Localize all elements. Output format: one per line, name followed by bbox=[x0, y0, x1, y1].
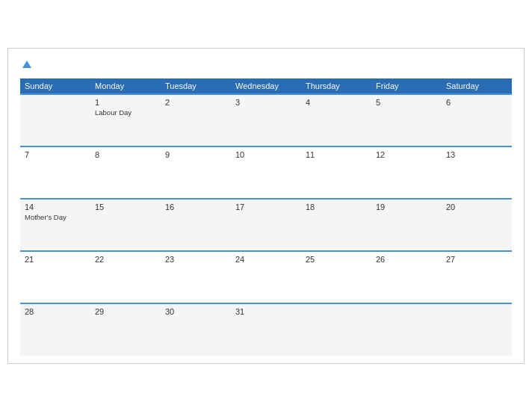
day-number: 8 bbox=[95, 150, 156, 159]
day-cell: 14Mother's Day bbox=[20, 199, 90, 251]
day-cell bbox=[371, 303, 442, 356]
day-number: 21 bbox=[25, 255, 86, 264]
holiday-label: Labour Day bbox=[95, 108, 156, 117]
logo bbox=[20, 61, 31, 68]
day-cell bbox=[442, 303, 512, 356]
day-cell: 10 bbox=[231, 146, 301, 199]
day-number: 24 bbox=[235, 255, 297, 264]
week-row-1: 1Labour Day23456 bbox=[20, 94, 512, 146]
day-number: 30 bbox=[165, 307, 226, 316]
logo-general bbox=[20, 61, 31, 68]
day-number: 16 bbox=[165, 203, 226, 211]
day-number: 22 bbox=[95, 255, 156, 264]
week-row-5: 28293031 bbox=[20, 303, 512, 356]
week-row-2: 78910111213 bbox=[20, 146, 512, 199]
day-cell: 20 bbox=[442, 199, 512, 251]
day-number: 17 bbox=[235, 203, 297, 211]
week-row-4: 21222324252627 bbox=[20, 251, 512, 303]
day-number: 12 bbox=[376, 150, 437, 159]
day-cell: 2 bbox=[161, 94, 231, 146]
day-number: 5 bbox=[376, 98, 437, 107]
day-number: 3 bbox=[235, 98, 297, 107]
weekday-header-row: SundayMondayTuesdayWednesdayThursdayFrid… bbox=[20, 78, 512, 94]
day-cell: 17 bbox=[231, 199, 301, 251]
weekday-header-saturday: Saturday bbox=[442, 78, 512, 94]
day-cell: 3 bbox=[231, 94, 301, 146]
day-number: 27 bbox=[446, 255, 507, 264]
day-cell: 16 bbox=[161, 199, 231, 251]
weekday-header-sunday: Sunday bbox=[20, 78, 90, 94]
day-cell bbox=[20, 94, 90, 146]
day-number: 4 bbox=[306, 98, 367, 107]
day-cell: 27 bbox=[442, 251, 512, 303]
day-cell: 18 bbox=[301, 199, 371, 251]
day-cell: 21 bbox=[20, 251, 90, 303]
day-cell: 24 bbox=[231, 251, 301, 303]
week-row-3: 14Mother's Day151617181920 bbox=[20, 199, 512, 251]
day-cell: 28 bbox=[20, 303, 90, 356]
day-cell: 8 bbox=[90, 146, 161, 199]
calendar-header bbox=[20, 61, 512, 68]
day-number: 15 bbox=[95, 203, 156, 211]
day-cell: 11 bbox=[301, 146, 371, 199]
day-cell: 4 bbox=[301, 94, 371, 146]
weekday-header-tuesday: Tuesday bbox=[161, 78, 231, 94]
day-number: 11 bbox=[306, 150, 367, 159]
day-cell bbox=[301, 303, 371, 356]
day-cell: 30 bbox=[161, 303, 231, 356]
calendar-table: SundayMondayTuesdayWednesdayThursdayFrid… bbox=[20, 78, 512, 356]
day-cell: 22 bbox=[90, 251, 161, 303]
day-number: 14 bbox=[25, 203, 86, 211]
day-number: 23 bbox=[165, 255, 226, 264]
day-cell: 15 bbox=[90, 199, 161, 251]
day-cell: 19 bbox=[371, 199, 442, 251]
day-cell: 9 bbox=[161, 146, 231, 199]
day-cell: 1Labour Day bbox=[90, 94, 161, 146]
day-number: 13 bbox=[446, 150, 507, 159]
day-cell: 23 bbox=[161, 251, 231, 303]
day-number: 26 bbox=[376, 255, 437, 264]
day-number: 1 bbox=[95, 98, 156, 107]
weekday-header-thursday: Thursday bbox=[301, 78, 371, 94]
day-number: 29 bbox=[95, 307, 156, 316]
weekday-header-monday: Monday bbox=[90, 78, 161, 94]
day-cell: 12 bbox=[371, 146, 442, 199]
day-number: 28 bbox=[25, 307, 86, 316]
day-number: 7 bbox=[25, 150, 86, 159]
day-cell: 25 bbox=[301, 251, 371, 303]
holiday-label: Mother's Day bbox=[25, 213, 86, 221]
day-cell: 7 bbox=[20, 146, 90, 199]
day-number: 2 bbox=[165, 98, 226, 107]
day-number: 9 bbox=[165, 150, 226, 159]
day-cell: 6 bbox=[442, 94, 512, 146]
calendar-container: SundayMondayTuesdayWednesdayThursdayFrid… bbox=[7, 48, 525, 364]
weekday-header-wednesday: Wednesday bbox=[231, 78, 301, 94]
day-cell: 13 bbox=[442, 146, 512, 199]
day-number: 18 bbox=[306, 203, 367, 211]
day-cell: 31 bbox=[231, 303, 301, 356]
day-cell: 29 bbox=[90, 303, 161, 356]
weekday-header-friday: Friday bbox=[371, 78, 442, 94]
day-cell: 5 bbox=[371, 94, 442, 146]
day-number: 10 bbox=[235, 150, 297, 159]
day-number: 25 bbox=[306, 255, 367, 264]
day-number: 20 bbox=[446, 203, 507, 211]
day-number: 6 bbox=[446, 98, 507, 107]
logo-triangle-icon bbox=[22, 61, 31, 68]
day-cell: 26 bbox=[371, 251, 442, 303]
day-number: 19 bbox=[376, 203, 437, 211]
day-number: 31 bbox=[235, 307, 297, 316]
